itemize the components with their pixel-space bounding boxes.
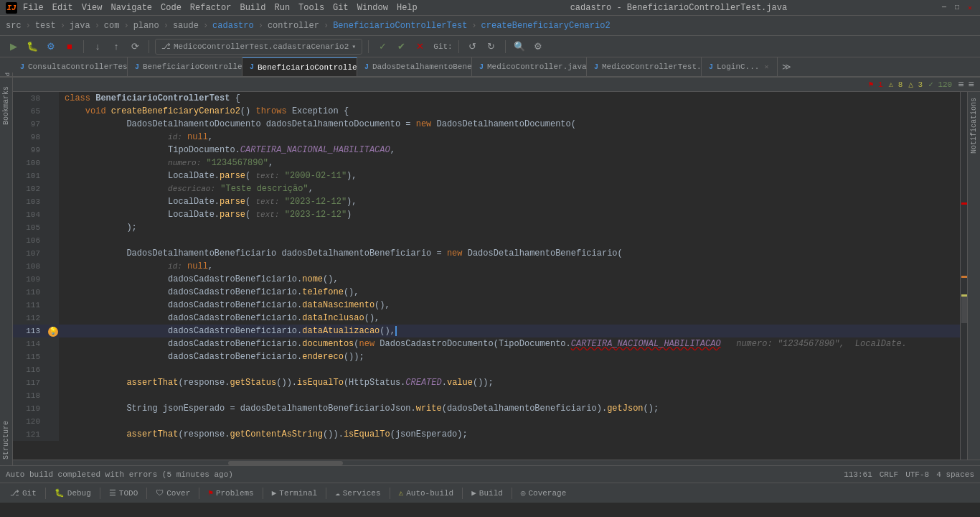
breadcrumb-class[interactable]: BeneficiarioControllerTest bbox=[333, 21, 467, 31]
run-config-button[interactable]: ⚙ bbox=[43, 39, 59, 55]
tab-medico-controller[interactable]: J MedicoController.java ✕ bbox=[472, 57, 587, 76]
structure-panel[interactable]: Structure bbox=[1, 415, 11, 465]
line-content-100[interactable]: numero: "1234567890", bbox=[59, 157, 960, 169]
line-content-108[interactable]: id: null, bbox=[59, 260, 960, 273]
line-content-103[interactable]: LocalDate.parse( text: "2023-12-12"), bbox=[59, 195, 960, 208]
menu-bar[interactable]: File Edit View Navigate Code Refactor Bu… bbox=[23, 3, 418, 13]
line-content-114[interactable]: dadosCadastroBeneficiario.documentos(new… bbox=[59, 337, 960, 350]
git-check[interactable]: ✓ bbox=[374, 39, 390, 55]
minimize-button[interactable]: ─ bbox=[940, 4, 948, 12]
line-content-121[interactable]: assertThat(response.getContentAsString()… bbox=[59, 428, 960, 441]
line-number-117: 117 bbox=[13, 376, 47, 389]
menu-file[interactable]: File bbox=[23, 3, 44, 13]
line-content-115[interactable]: dadosCadastroBeneficiario.endereco()); bbox=[59, 350, 960, 363]
code-editor[interactable]: 38 class BeneficiarioControllerTest { 65… bbox=[13, 92, 960, 460]
tab-medico-controller-test[interactable]: J MedicoControllerTest.java ✕ bbox=[587, 57, 702, 76]
branch-selector[interactable]: ⎇ MedicoControllerTest.cadastraCenario2 … bbox=[155, 39, 362, 55]
line-content-112[interactable]: dadosCadastroBeneficiario.dataInclusao()… bbox=[59, 312, 960, 325]
line-content-111[interactable]: dadosCadastroBeneficiario.dataNascimento… bbox=[59, 299, 960, 312]
line-content-101[interactable]: LocalDate.parse( text: "2000-02-11"), bbox=[59, 169, 960, 182]
breadcrumb-test[interactable]: test bbox=[35, 21, 56, 31]
run-button[interactable]: ▶ bbox=[6, 39, 22, 55]
line-content-38[interactable]: class BeneficiarioControllerTest { bbox=[59, 92, 960, 105]
breadcrumb-src[interactable]: src bbox=[6, 21, 22, 31]
line-content-110[interactable]: dadosCadastroBeneficiario.telefone(), bbox=[59, 286, 960, 299]
code-line-65: 65 void createBeneficiaryCenario2() thro… bbox=[13, 105, 960, 118]
close-button[interactable]: ✕ bbox=[966, 4, 974, 12]
error-menu[interactable]: ≡ ≡ bbox=[958, 79, 974, 90]
menu-edit[interactable]: Edit bbox=[52, 3, 73, 13]
menu-build[interactable]: Build bbox=[240, 3, 265, 13]
line-content-98[interactable]: id: null, bbox=[59, 131, 960, 144]
debug-button[interactable]: 🐛 bbox=[24, 39, 40, 55]
git-tool-button[interactable]: ⎇ Git bbox=[4, 485, 42, 501]
breadcrumb-controller[interactable]: controller bbox=[268, 21, 319, 31]
menu-run[interactable]: Run bbox=[274, 3, 290, 13]
menu-git[interactable]: Git bbox=[333, 3, 349, 13]
line-content-107[interactable]: DadosDetalhamentoBeneficiario dadosDetal… bbox=[59, 247, 960, 260]
breadcrumb-com[interactable]: com bbox=[104, 21, 120, 31]
line-content-120[interactable] bbox=[59, 415, 960, 428]
window-controls[interactable]: ─ □ ✕ bbox=[940, 4, 974, 12]
line-content-102[interactable]: descricao: "Teste descrição", bbox=[59, 182, 960, 195]
horizontal-scrollbar[interactable] bbox=[13, 460, 980, 465]
vcs-history[interactable]: ⟳ bbox=[127, 39, 143, 55]
tab-close-loginc[interactable]: ✕ bbox=[763, 62, 770, 72]
services-tool-button[interactable]: ☁ Services bbox=[329, 485, 386, 501]
breadcrumb-method[interactable]: createBeneficiaryCenario2 bbox=[481, 21, 611, 31]
breadcrumb-cadastro[interactable]: cadastro bbox=[212, 21, 254, 31]
menu-code[interactable]: Code bbox=[161, 3, 182, 13]
line-content-106[interactable] bbox=[59, 234, 960, 247]
git-x[interactable]: ✕ bbox=[412, 39, 428, 55]
line-content-119[interactable]: String jsonEsperado = dadosDetalhamentoB… bbox=[59, 402, 960, 415]
menu-refactor[interactable]: Refactor bbox=[190, 3, 232, 13]
hint-bulb-113[interactable]: 💡 bbox=[48, 327, 58, 337]
maximize-button[interactable]: □ bbox=[953, 4, 961, 12]
coverage-tool-button[interactable]: ◎ Coverage bbox=[515, 485, 572, 501]
line-content-65[interactable]: void createBeneficiaryCenario2() throws … bbox=[59, 105, 960, 118]
debug-tool-button[interactable]: 🐛 Debug bbox=[49, 485, 97, 501]
line-content-109[interactable]: dadosCadastroBeneficiario.nome(), bbox=[59, 273, 960, 286]
build-tool-button[interactable]: ▶ Build bbox=[466, 485, 509, 501]
auto-build-button[interactable]: ⚠ Auto-build bbox=[393, 485, 460, 501]
editor-scrollbar[interactable] bbox=[960, 92, 967, 460]
breadcrumb-plano[interactable]: plano bbox=[133, 21, 159, 31]
line-content-116[interactable] bbox=[59, 363, 960, 376]
cover-tool-button[interactable]: 🛡 Cover bbox=[150, 485, 196, 501]
terminal-tool-button[interactable]: ▶ Terminal bbox=[266, 485, 323, 501]
vcs-update[interactable]: ↓ bbox=[90, 39, 105, 55]
tab-consulta[interactable]: J ConsultaControllerTest.java ✕ bbox=[13, 57, 128, 76]
more-tabs-button[interactable]: ≫ bbox=[778, 57, 796, 76]
breadcrumb-saude[interactable]: saude bbox=[173, 21, 199, 31]
menu-tools[interactable]: Tools bbox=[298, 3, 324, 13]
line-content-99[interactable]: TipoDocumento.CARTEIRA_NACIONAL_HABILITA… bbox=[59, 144, 960, 157]
todo-tool-button[interactable]: ☰ TODO bbox=[103, 485, 143, 501]
redo-button[interactable]: ↻ bbox=[484, 39, 499, 55]
line-content-113[interactable]: dadosCadastroBeneficiario.dataAtualizaca… bbox=[59, 325, 960, 337]
problems-tool-button[interactable]: ⚑ Problems bbox=[202, 485, 259, 501]
line-content-118[interactable] bbox=[59, 389, 960, 402]
undo-button[interactable]: ↺ bbox=[465, 39, 481, 55]
line-content-104[interactable]: LocalDate.parse( text: "2023-12-12") bbox=[59, 208, 960, 221]
settings-button[interactable]: ⚙ bbox=[530, 39, 546, 55]
tab-beneficiario-controller-test[interactable]: J BeneficiarioControllerTest.java ✕ bbox=[242, 57, 357, 76]
notifications-panel[interactable]: Notifications bbox=[969, 95, 979, 157]
vcs-push[interactable]: ↑ bbox=[108, 39, 124, 55]
search-button[interactable]: 🔍 bbox=[512, 39, 527, 55]
stop-button[interactable]: ■ bbox=[62, 39, 77, 55]
menu-navigate[interactable]: Navigate bbox=[110, 3, 152, 13]
tab-beneficiario-controller[interactable]: J BeneficiarioController.java ✕ bbox=[128, 57, 242, 76]
menu-window[interactable]: Window bbox=[357, 3, 388, 13]
bookmarks-panel[interactable]: Bookmarks bbox=[1, 80, 11, 131]
menu-help[interactable]: Help bbox=[397, 3, 418, 13]
line-content-97[interactable]: DadosDetalhamentoDocumento dadosDetalham… bbox=[59, 118, 960, 131]
menu-view[interactable]: View bbox=[82, 3, 103, 13]
line-content-117[interactable]: assertThat(response.getStatus()).isEqual… bbox=[59, 376, 960, 389]
h-scroll-thumb[interactable] bbox=[228, 461, 343, 465]
tab-loginc[interactable]: J LoginC... ✕ bbox=[702, 57, 778, 76]
breadcrumb-java[interactable]: java bbox=[70, 21, 90, 31]
line-content-105[interactable]: ); bbox=[59, 221, 960, 234]
project-panel-toggle[interactable]: P bbox=[0, 73, 13, 76]
git-checkmark[interactable]: ✔ bbox=[393, 39, 409, 55]
tab-dados-detalhamento[interactable]: J DadosDetalhamentoBeneficiario.java ✕ bbox=[357, 57, 472, 76]
